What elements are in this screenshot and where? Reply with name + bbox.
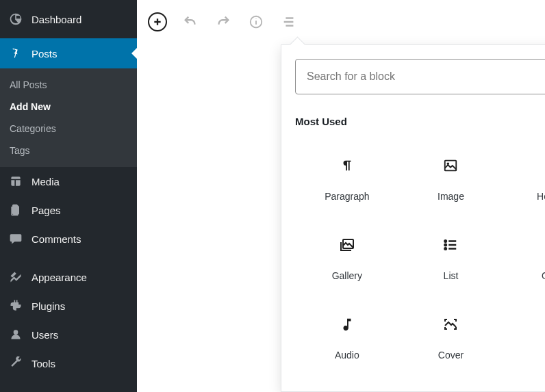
block-label: Audio [335, 350, 359, 361]
block-label: List [444, 270, 459, 281]
info-button[interactable] [246, 12, 266, 31]
block-label: Heading [537, 191, 545, 202]
sidebar-item-plugins[interactable]: Plugins [0, 291, 137, 320]
plugins-icon [8, 298, 23, 313]
block-image[interactable]: Image [399, 140, 503, 219]
editor-toolbar [137, 0, 545, 44]
block-gallery[interactable]: Gallery [295, 219, 399, 298]
submenu-categories[interactable]: Categories [0, 118, 137, 140]
sidebar-label: Comments [31, 233, 81, 245]
block-audio[interactable]: Audio [295, 298, 399, 378]
paragraph-icon [338, 157, 356, 174]
posts-submenu: All Posts Add New Categories Tags [0, 68, 137, 167]
block-label: Paragraph [325, 191, 369, 202]
block-list[interactable]: List [399, 219, 503, 298]
sidebar-label: Appearance [31, 272, 87, 283]
block-label: Gallery [332, 270, 362, 281]
block-quote[interactable]: Quote [503, 219, 545, 298]
sidebar-label: Pages [31, 205, 61, 216]
sidebar-item-pages[interactable]: Pages [0, 196, 137, 224]
submenu-all-posts[interactable]: All Posts [0, 74, 137, 96]
redo-button[interactable] [214, 12, 233, 31]
sidebar-label: Posts [31, 48, 58, 60]
block-label: Cover [438, 350, 464, 361]
sidebar-label: Dashboard [31, 14, 81, 25]
block-heading[interactable]: Heading [503, 140, 545, 219]
submenu-tags[interactable]: Tags [0, 140, 137, 161]
block-cover[interactable]: Cover [399, 298, 503, 378]
block-file[interactable]: File [503, 298, 545, 378]
sidebar-item-tools[interactable]: Tools [0, 349, 137, 378]
sidebar-item-users[interactable]: Users [0, 320, 137, 349]
svg-point-6 [445, 248, 447, 250]
block-grid: Paragraph Image Heading Gallery [295, 140, 545, 378]
outline-button[interactable] [279, 12, 299, 31]
pin-icon [8, 46, 23, 61]
admin-sidebar: Dashboard Posts All Posts Add New Catego… [0, 0, 137, 392]
sidebar-item-posts[interactable]: Posts [0, 38, 137, 68]
audio-icon [338, 315, 356, 333]
sidebar-item-comments[interactable]: Comments [0, 224, 137, 253]
sidebar-label: Plugins [31, 300, 65, 312]
section-header-most-used[interactable]: Most Used [295, 115, 545, 133]
list-icon [442, 236, 459, 254]
add-block-button[interactable] [148, 12, 167, 31]
section-title: Most Used [295, 116, 347, 127]
undo-button[interactable] [181, 12, 200, 31]
sidebar-label: Media [31, 176, 60, 187]
sidebar-item-appearance[interactable]: Appearance [0, 263, 137, 291]
gallery-icon [338, 236, 356, 254]
block-inserter-panel: Most Used Paragraph Image [281, 44, 545, 392]
block-label: Quote [542, 270, 545, 281]
appearance-icon [8, 270, 23, 285]
tools-icon [8, 356, 23, 371]
sidebar-item-dashboard[interactable]: Dashboard [0, 0, 137, 38]
dashboard-icon [8, 12, 23, 27]
media-icon [8, 174, 23, 189]
image-icon [442, 157, 459, 174]
block-paragraph[interactable]: Paragraph [295, 140, 399, 219]
pages-icon [8, 202, 23, 218]
sidebar-label: Tools [31, 358, 55, 369]
users-icon [8, 327, 23, 342]
sidebar-item-media[interactable]: Media [0, 167, 137, 196]
editor-area: a block Most Used Paragraph Image [137, 0, 545, 392]
sidebar-label: Users [31, 329, 58, 341]
comments-icon [8, 231, 23, 246]
block-search-input[interactable] [295, 59, 545, 94]
svg-point-4 [445, 240, 447, 242]
cover-icon [442, 315, 459, 333]
submenu-add-new[interactable]: Add New [0, 96, 137, 118]
block-label: Image [438, 191, 464, 202]
svg-point-2 [448, 163, 449, 164]
svg-point-5 [445, 244, 447, 246]
